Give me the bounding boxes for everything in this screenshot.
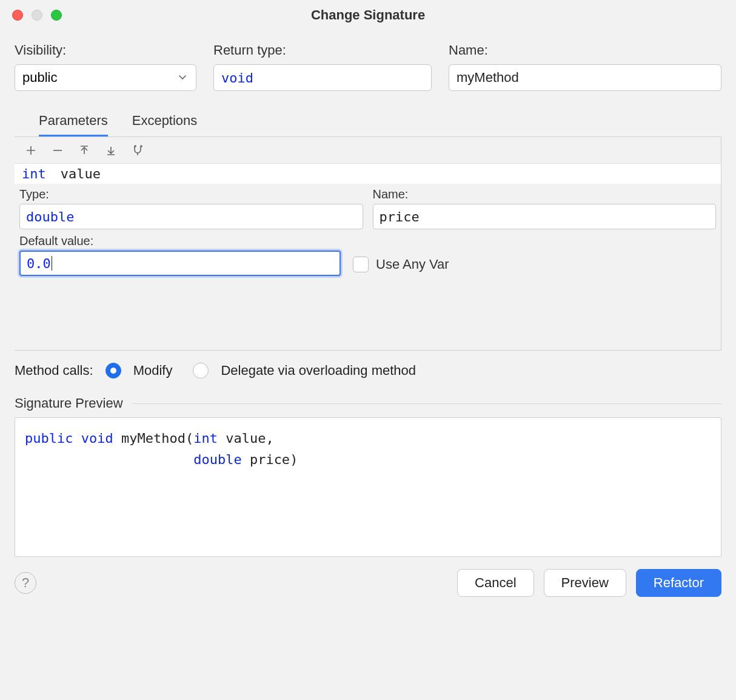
preview-button[interactable]: Preview <box>544 569 626 597</box>
parameter-name: value <box>61 166 101 181</box>
radio-delegate[interactable] <box>193 363 209 379</box>
minimize-window-icon <box>32 10 42 21</box>
tab-parameters[interactable]: Parameters <box>39 108 108 136</box>
tabs: Parameters Exceptions <box>15 108 721 136</box>
default-value-input[interactable]: 0.0 <box>19 251 341 276</box>
param-name-input[interactable]: price <box>373 204 717 229</box>
param-type-input[interactable]: double <box>19 204 363 229</box>
refactor-button[interactable]: Refactor <box>636 569 721 597</box>
param-type-label: Type: <box>19 187 363 201</box>
parameters-toolbar <box>15 137 721 164</box>
add-parameter-button[interactable] <box>19 140 42 161</box>
name-label: Name: <box>449 42 721 58</box>
signature-preview-box: public void myMethod(int value, double p… <box>15 417 721 557</box>
zoom-window-icon[interactable] <box>51 10 62 21</box>
remove-parameter-button[interactable] <box>46 140 69 161</box>
window-title: Change Signature <box>311 7 425 23</box>
tab-exceptions[interactable]: Exceptions <box>132 108 198 136</box>
radio-delegate-label: Delegate via overloading method <box>221 363 416 379</box>
titlebar: Change Signature <box>0 0 736 30</box>
visibility-label: Visibility: <box>15 42 196 58</box>
move-up-button[interactable] <box>73 140 96 161</box>
return-type-label: Return type: <box>213 42 432 58</box>
method-calls-label: Method calls: <box>15 363 93 379</box>
method-name-input[interactable]: myMethod <box>449 64 721 91</box>
default-value-label: Default value: <box>19 234 341 248</box>
radio-modify[interactable] <box>105 363 121 379</box>
dialog-footer: ? Cancel Preview Refactor <box>15 557 721 597</box>
window-controls <box>12 10 62 21</box>
signature-preview-label: Signature Preview <box>15 395 123 411</box>
propagate-parameters-button[interactable] <box>126 140 149 161</box>
return-type-input[interactable]: void <box>213 64 432 91</box>
visibility-value: public <box>22 70 57 86</box>
radio-modify-label: Modify <box>133 363 173 379</box>
text-caret <box>52 256 52 271</box>
visibility-select[interactable]: public <box>15 64 196 91</box>
parameter-type: int <box>22 166 46 181</box>
use-any-var-checkbox[interactable] <box>353 257 369 272</box>
help-button[interactable]: ? <box>15 572 36 594</box>
param-name-label: Name: <box>373 187 717 201</box>
method-calls-row: Method calls: Modify Delegate via overlo… <box>15 363 721 379</box>
close-window-icon[interactable] <box>12 10 23 21</box>
use-any-var-label: Use Any Var <box>376 257 449 272</box>
chevron-down-icon <box>178 70 187 86</box>
cancel-button[interactable]: Cancel <box>457 569 534 597</box>
signature-preview-header: Signature Preview <box>15 395 721 411</box>
move-down-button[interactable] <box>99 140 122 161</box>
parameter-row[interactable]: intvalue <box>15 164 721 184</box>
parameter-detail: Type: double Name: price Default <box>15 184 721 350</box>
parameters-panel: intvalue Type: double Name: price <box>15 136 721 351</box>
